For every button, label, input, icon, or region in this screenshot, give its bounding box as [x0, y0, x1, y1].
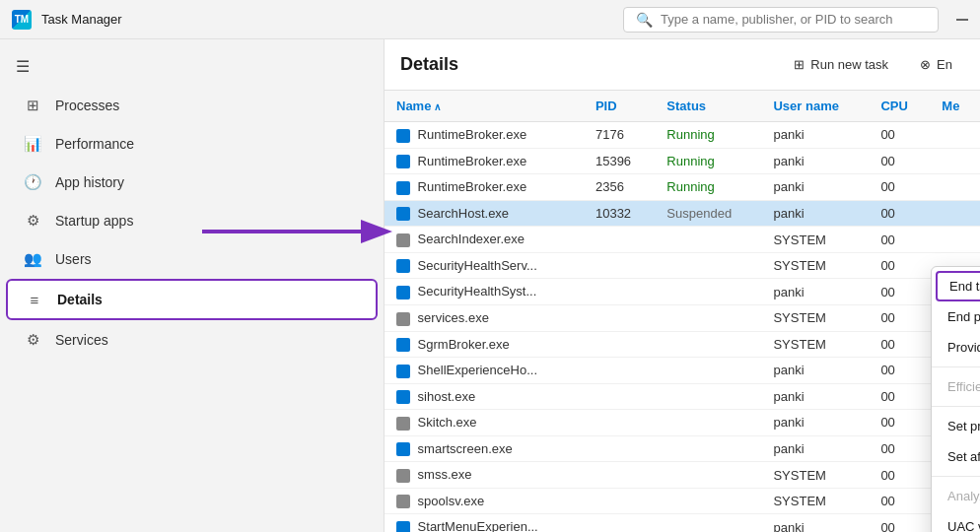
end-task-header-button[interactable]: ⊗ En — [908, 51, 964, 78]
sidebar-icon-app-history: 🕐 — [24, 173, 41, 191]
cell-cpu: 00 — [869, 514, 930, 532]
table-row[interactable]: StartMenuExperien... panki 00 — [385, 514, 980, 532]
table-row[interactable]: RuntimeBroker.exe 15396 Running panki 00 — [385, 148, 980, 174]
table-row[interactable]: SearchHost.exe 10332 Suspended panki 00 — [385, 200, 980, 227]
cell-username: SYSTEM — [761, 304, 869, 331]
hamburger-button[interactable]: ☰ — [0, 47, 384, 86]
app-title: Task Manager — [41, 12, 122, 27]
cell-cpu: 00 — [869, 331, 930, 358]
context-item-label-uac-virtualization: UAC virtualization — [947, 519, 980, 532]
context-menu-item-end-process-tree[interactable]: End process tree — [932, 301, 980, 332]
cell-pid: 7176 — [584, 122, 655, 149]
cell-pid — [584, 435, 655, 462]
context-menu: End task End process tree Provide feedba… — [931, 266, 980, 532]
context-item-label-set-affinity: Set affinity — [947, 449, 980, 464]
content-title: Details — [400, 54, 458, 75]
cell-status — [655, 383, 761, 410]
context-menu-item-uac-virtualization[interactable]: UAC virtualization — [932, 511, 980, 532]
table-row[interactable]: RuntimeBroker.exe 2356 Running panki 00 — [385, 174, 980, 201]
sidebar-item-app-history[interactable]: 🕐 App history — [6, 164, 378, 201]
cell-status — [655, 462, 761, 489]
sidebar-item-performance[interactable]: 📊 Performance — [6, 125, 378, 163]
context-menu-item-set-priority[interactable]: Set priority › — [932, 411, 980, 441]
table-row[interactable]: SecurityHealthSyst... panki 00 — [385, 279, 980, 305]
table-row[interactable]: RuntimeBroker.exe 7176 Running panki 00 — [385, 122, 980, 149]
context-item-label-provide-feedback: Provide feedback — [947, 340, 980, 355]
cell-status — [655, 488, 761, 514]
cell-cpu: 00 — [869, 410, 930, 436]
col-header-name[interactable]: Name — [385, 91, 584, 122]
table-row[interactable]: SearchIndexer.exe SYSTEM 00 — [385, 227, 980, 253]
sidebar-item-processes[interactable]: ⊞ Processes — [6, 87, 378, 124]
sidebar-item-details[interactable]: ≡ Details — [6, 279, 378, 320]
process-table-container: Name PID Status User name CPU Me Runtime… — [385, 91, 980, 532]
col-header-status[interactable]: Status — [655, 91, 761, 122]
cell-name: SearchIndexer.exe — [385, 227, 584, 253]
cell-pid — [584, 227, 655, 253]
cell-pid: 2356 — [584, 174, 655, 201]
table-row[interactable]: SgrmBroker.exe SYSTEM 00 — [385, 331, 980, 358]
end-task-header-label: En — [937, 57, 952, 72]
cell-username: panki — [761, 383, 869, 410]
cell-name: Skitch.exe — [385, 410, 584, 436]
run-new-task-button[interactable]: ⊞ Run new task — [782, 51, 900, 78]
sidebar: ☰ ⊞ Processes 📊 Performance 🕐 App histor… — [0, 39, 385, 532]
search-box[interactable]: 🔍 — [623, 7, 939, 33]
cell-status — [655, 304, 761, 331]
cell-cpu: 00 — [869, 462, 930, 489]
run-new-task-icon: ⊞ — [794, 57, 805, 72]
table-row[interactable]: SecurityHealthServ... SYSTEM 00 — [385, 252, 980, 279]
context-menu-item-analyze-wait-chain: Analyze wait chain — [932, 481, 980, 511]
table-row[interactable]: spoolsv.exe SYSTEM 00 — [385, 488, 980, 514]
cell-pid — [584, 252, 655, 279]
table-row[interactable]: ShellExperienceHo... panki 00 — [385, 358, 980, 384]
table-row[interactable]: sihost.exe panki 00 — [385, 383, 980, 410]
context-menu-item-end-task[interactable]: End task — [936, 271, 980, 301]
cell-status — [655, 435, 761, 462]
sidebar-icon-performance: 📊 — [24, 135, 41, 153]
sidebar-item-startup-apps[interactable]: ⚙ Startup apps — [6, 202, 378, 239]
col-header-mem[interactable]: Me — [930, 91, 980, 122]
sidebar-nav: ⊞ Processes 📊 Performance 🕐 App history … — [0, 86, 384, 360]
table-row[interactable]: services.exe SYSTEM 00 — [385, 304, 980, 331]
cell-mem — [930, 227, 980, 253]
context-item-label-analyze-wait-chain: Analyze wait chain — [947, 489, 980, 503]
cell-status: Suspended — [655, 200, 761, 227]
cell-status — [655, 279, 761, 305]
app-icon: TM — [12, 10, 32, 30]
header-actions: ⊞ Run new task ⊗ En — [782, 51, 964, 78]
cell-status: Running — [655, 122, 761, 149]
cell-mem — [930, 174, 980, 201]
col-header-username[interactable]: User name — [761, 91, 869, 122]
cell-username: panki — [761, 435, 869, 462]
context-item-label-end-process-tree: End process tree — [947, 309, 980, 324]
table-row[interactable]: smartscreen.exe panki 00 — [385, 435, 980, 462]
cell-pid — [584, 304, 655, 331]
main-layout: ☰ ⊞ Processes 📊 Performance 🕐 App histor… — [0, 39, 980, 532]
cell-name: SgrmBroker.exe — [385, 331, 584, 358]
minimize-button[interactable] — [956, 19, 968, 21]
sidebar-icon-services: ⚙ — [24, 331, 41, 349]
table-row[interactable]: smss.exe SYSTEM 00 — [385, 462, 980, 489]
context-menu-item-set-affinity[interactable]: Set affinity — [932, 441, 980, 472]
search-input[interactable] — [661, 12, 926, 27]
sidebar-item-services[interactable]: ⚙ Services — [6, 321, 378, 359]
cell-status: Running — [655, 148, 761, 174]
context-item-label-set-priority: Set priority — [947, 419, 980, 433]
process-table-body: RuntimeBroker.exe 7176 Running panki 00 … — [385, 122, 980, 533]
cell-cpu: 00 — [869, 252, 930, 279]
cell-pid — [584, 279, 655, 305]
col-header-pid[interactable]: PID — [584, 91, 655, 122]
cell-username: panki — [761, 174, 869, 201]
cell-cpu: 00 — [869, 488, 930, 514]
cell-username: panki — [761, 148, 869, 174]
cell-status — [655, 410, 761, 436]
cell-pid: 10332 — [584, 200, 655, 227]
col-header-cpu[interactable]: CPU — [869, 91, 930, 122]
sidebar-item-users[interactable]: 👥 Users — [6, 240, 378, 278]
cell-name: RuntimeBroker.exe — [385, 122, 584, 149]
cell-pid — [584, 331, 655, 358]
context-menu-item-provide-feedback[interactable]: Provide feedback — [932, 332, 980, 363]
cell-username: SYSTEM — [761, 227, 869, 253]
table-row[interactable]: Skitch.exe panki 00 — [385, 410, 980, 436]
